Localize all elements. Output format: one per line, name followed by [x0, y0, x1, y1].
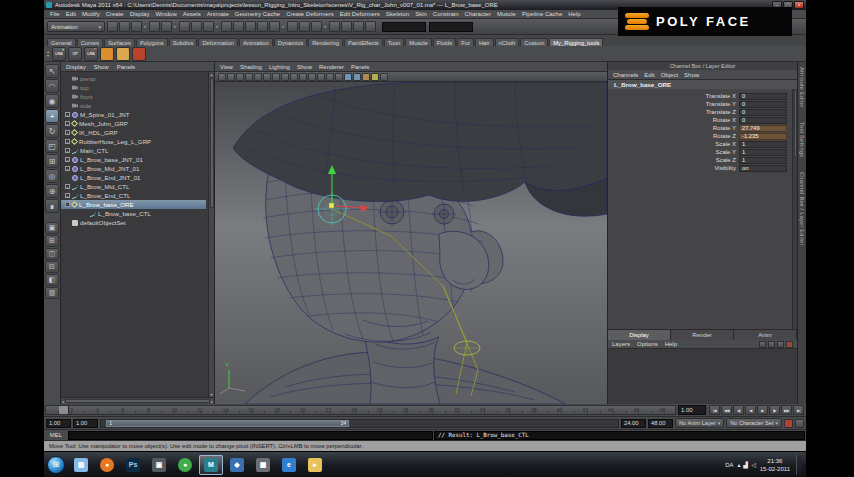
- hidden-icons-chevron[interactable]: ▴: [737, 461, 740, 468]
- playback-range-bar[interactable]: 1 24: [106, 420, 349, 427]
- channel-value[interactable]: 27.749: [739, 125, 787, 132]
- select-tool[interactable]: ↖: [45, 64, 59, 78]
- bookmarks-icon[interactable]: [245, 73, 253, 81]
- menu-geometry-cache[interactable]: Geometry Cache: [232, 11, 283, 17]
- ipr-render-icon[interactable]: [353, 21, 364, 32]
- channel-value[interactable]: 0: [739, 93, 787, 100]
- outliner-menu-display[interactable]: Display: [66, 64, 86, 70]
- channel-value[interactable]: on: [739, 165, 787, 172]
- outliner-menu-show[interactable]: Show: [94, 64, 109, 70]
- windows-explorer-icon[interactable]: ▤: [69, 455, 93, 475]
- orange-rig-tool-icon[interactable]: [100, 47, 114, 61]
- render-view-icon[interactable]: [329, 21, 340, 32]
- select-camera-icon[interactable]: [218, 73, 226, 81]
- viewport-menu-shading[interactable]: Shading: [240, 64, 262, 70]
- output-connections-icon[interactable]: [311, 21, 322, 32]
- range-end-field-2[interactable]: 48.00: [648, 419, 673, 428]
- safe-action-icon[interactable]: [326, 73, 334, 81]
- save-scene-icon[interactable]: [131, 21, 142, 32]
- shelf-tab-my-rigging-tools[interactable]: My_Rigging_tools: [549, 38, 603, 46]
- viewport-menu-show[interactable]: Show: [297, 64, 312, 70]
- open-scene-icon[interactable]: [119, 21, 130, 32]
- quick-select-input-2[interactable]: [429, 22, 473, 32]
- new-empty-layer-icon[interactable]: [759, 341, 766, 348]
- range-slider-track[interactable]: 1 24: [100, 419, 619, 428]
- layer-options-icon[interactable]: [777, 341, 784, 348]
- current-frame-field[interactable]: 1.00: [678, 405, 706, 415]
- two-pane-stacked-layout-button[interactable]: ⊟: [45, 261, 59, 273]
- shelf-tab-animation[interactable]: Animation: [239, 38, 273, 46]
- play-backwards-button[interactable]: ◀: [745, 405, 756, 415]
- redo-icon[interactable]: [161, 21, 172, 32]
- lasso-select-tool[interactable]: ◠: [45, 79, 59, 93]
- shelf-tab-surfaces[interactable]: Surfaces: [104, 38, 135, 46]
- auto-keyframe-icon[interactable]: [784, 419, 793, 428]
- menu-display[interactable]: Display: [127, 11, 153, 17]
- channel-value[interactable]: 1: [739, 157, 787, 164]
- network-icon[interactable]: ▟: [744, 461, 749, 468]
- shelf-tab-ncloth[interactable]: nCloth: [495, 38, 520, 46]
- scrollbar-thumb[interactable]: [210, 78, 214, 208]
- expand-toggle-icon[interactable]: +: [65, 148, 70, 153]
- step-forward-key-button[interactable]: |▶: [769, 405, 780, 415]
- current-time-marker[interactable]: [59, 406, 69, 414]
- close-button[interactable]: ×: [794, 1, 804, 9]
- outliner-item-mesh-john-grp[interactable]: +Mesh_John_GRP: [61, 119, 206, 128]
- outliner-persp-layout-button[interactable]: ▥: [45, 287, 59, 299]
- channel-box-menu-show[interactable]: Show: [684, 72, 699, 78]
- outliner-item-l-brow-mid-ctl[interactable]: +L_Brow_Mid_CTL: [61, 182, 206, 191]
- camera-attributes-icon[interactable]: [236, 73, 244, 81]
- menu-edit[interactable]: Edit: [63, 11, 79, 17]
- wireframe-icon[interactable]: [344, 73, 352, 81]
- lra-hide-icon[interactable]: LRA−: [84, 47, 98, 61]
- step-back-frame-button[interactable]: ◀◀: [721, 405, 732, 415]
- scroll-up-icon[interactable]: ▴: [210, 72, 212, 77]
- grid-icon[interactable]: [281, 73, 289, 81]
- layer-editor-menu-help[interactable]: Help: [665, 341, 677, 347]
- status-group-collapse-icon[interactable]: ▸: [281, 24, 286, 29]
- 2d-pan-zoom-icon[interactable]: [263, 73, 271, 81]
- expand-toggle-icon[interactable]: +: [65, 166, 70, 171]
- render-current-frame-icon[interactable]: [341, 21, 352, 32]
- four-pane-layout-button[interactable]: ⊞: [45, 235, 59, 247]
- internet-explorer-icon[interactable]: e: [277, 455, 301, 475]
- channel-value[interactable]: 0: [739, 101, 787, 108]
- menu-muscle[interactable]: Muscle: [494, 11, 519, 17]
- range-start-field-1[interactable]: 1.00: [46, 419, 71, 428]
- outliner-horizontal-scrollbar[interactable]: ◂ ▸: [61, 397, 214, 404]
- shelf-tab-toon[interactable]: Toon: [384, 38, 405, 46]
- soft-modification-tool[interactable]: ◎: [45, 169, 59, 183]
- firefox-icon[interactable]: ●: [95, 455, 119, 475]
- shelf-tab-rendering[interactable]: Rendering: [308, 38, 343, 46]
- shelf-tab-polygons[interactable]: Polygons: [136, 38, 168, 46]
- range-start-field-2[interactable]: 1.00: [73, 419, 98, 428]
- expand-toggle-icon[interactable]: +: [65, 139, 70, 144]
- taskbar-clock[interactable]: 21:36 15-02-2011: [760, 457, 790, 473]
- outliner-item-l-brow-base-ctl[interactable]: L_Brow_base_CTL: [61, 209, 206, 218]
- menu-modify[interactable]: Modify: [79, 11, 103, 17]
- outliner-list[interactable]: persptopfrontside+M_Spine_01_JNT+Mesh_Jo…: [61, 72, 214, 397]
- go-to-start-button[interactable]: |◀: [709, 405, 720, 415]
- status-group-collapse-icon[interactable]: ▸: [173, 24, 178, 29]
- safe-title-icon[interactable]: [335, 73, 343, 81]
- layer-list-empty[interactable]: [608, 349, 797, 404]
- menu-skin[interactable]: Skin: [412, 11, 430, 17]
- outliner-item-l-brow-base-ore[interactable]: −L_Brow_base_ORE: [61, 200, 206, 209]
- channel-value[interactable]: 0: [739, 109, 787, 116]
- menu-constrain[interactable]: Constrain: [430, 11, 462, 17]
- textured-icon[interactable]: [362, 73, 370, 81]
- quick-select-input-1[interactable]: [382, 22, 426, 32]
- shaded-icon[interactable]: [353, 73, 361, 81]
- timeline-ruler[interactable]: 2468101214161820222426283032343638404244…: [45, 405, 676, 415]
- snap-grid-icon[interactable]: [221, 21, 232, 32]
- image-plane-icon[interactable]: [254, 73, 262, 81]
- scroll-down-icon[interactable]: ▾: [210, 392, 212, 397]
- command-input[interactable]: [68, 431, 433, 440]
- render-settings-icon[interactable]: [365, 21, 376, 32]
- viewport-menu-renderer[interactable]: Renderer: [319, 64, 344, 70]
- outliner-item-ik-hdl-grp[interactable]: +IK_HDL_GRP: [61, 128, 206, 137]
- two-pane-side-layout-button[interactable]: ◫: [45, 248, 59, 260]
- snap-plane-icon[interactable]: [257, 21, 268, 32]
- status-group-collapse-icon[interactable]: ▸: [143, 24, 148, 29]
- snap-point-icon[interactable]: [245, 21, 256, 32]
